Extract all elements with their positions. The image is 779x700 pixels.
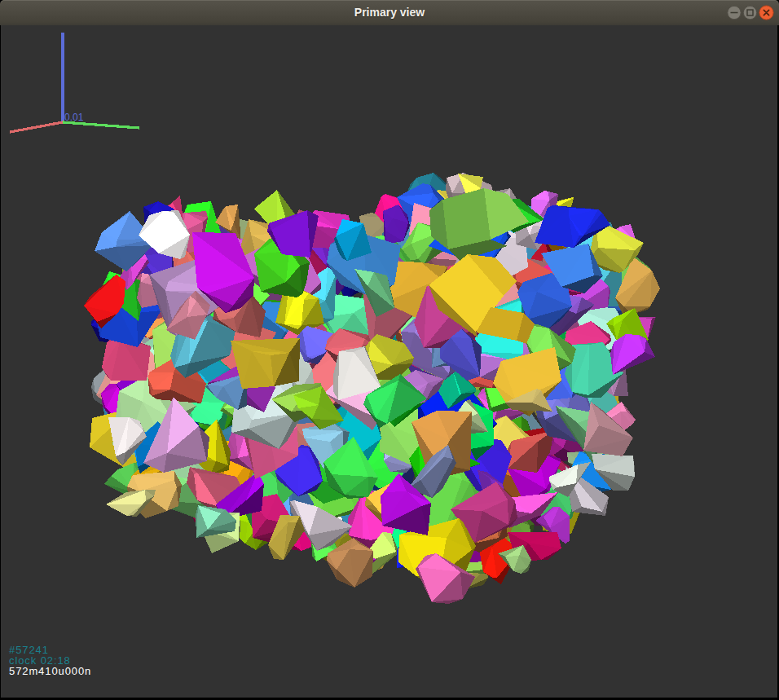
svg-text:0.01: 0.01 <box>64 112 84 123</box>
